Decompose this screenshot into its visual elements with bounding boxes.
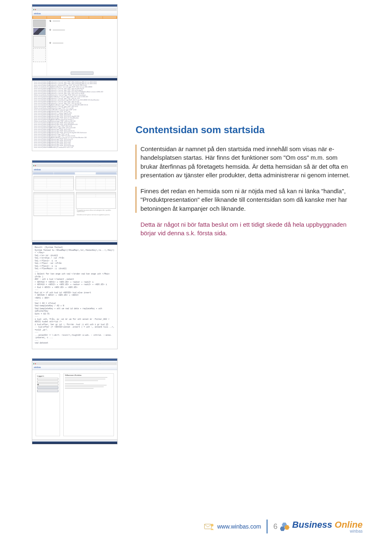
page-heading: Contentsidan som startsida (136, 124, 352, 136)
paragraph-2: Finnes det redan en hemsida som ni är nö… (136, 187, 352, 213)
screenshot-2: winbas (32, 160, 118, 349)
article-body: Contentsidan som startsida Contentsidan … (136, 124, 352, 238)
footer-divider (267, 520, 267, 533)
paragraph-1: Contentsidan är namnet på den startsida … (136, 145, 352, 179)
source-listing: Result: (System failed) System falied to… (32, 245, 117, 349)
mini-brand: winbas (32, 11, 117, 16)
page-footer: www.winbas.com 6 Business Online winbas (0, 517, 392, 536)
screenshot-1: winbas Insert record ( (32, 4, 118, 151)
mail-person-icon (204, 522, 215, 531)
screenshots-column: winbas Insert record ( (32, 4, 118, 453)
mini-brand: winbas (32, 167, 117, 172)
svg-point-1 (211, 524, 214, 527)
brand-word-b: Online (335, 520, 363, 530)
hex-logo-icon (280, 522, 290, 531)
login-heading: Logga in (37, 375, 58, 377)
screenshot-3: winbas Logga in Välkommen till winbas (32, 358, 118, 444)
footer-brand: Business Online winbas (280, 520, 363, 533)
info-heading: Välkommen till winbas (65, 375, 112, 377)
mini-brand: winbas (32, 365, 117, 370)
svg-marker-4 (280, 526, 285, 531)
brand-word-a: Business (292, 520, 332, 530)
footer-url: www.winbas.com (217, 523, 261, 530)
page-number: 6 (273, 522, 277, 531)
svg-rect-0 (205, 524, 212, 529)
note-paragraph: Detta är något ni bör fatta beslut om i … (140, 220, 352, 238)
log-listing: Insert record (Index:GetAllIndexes) in "… (32, 80, 117, 151)
